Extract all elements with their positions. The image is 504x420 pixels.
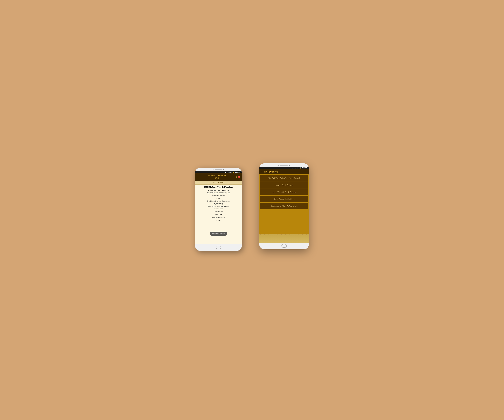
status-time-right: 3:52 PM [302, 167, 307, 169]
favorites-header: ‹ My Favorites [259, 169, 309, 174]
character-king-2: KING [197, 219, 240, 221]
status-time: 3:48 PM [235, 172, 240, 173]
app-title-line2: Well [198, 177, 235, 180]
phone-left: ▲▲▲ 67% 🔒 3:48 PM ‹ All's Well That Ends… [195, 168, 242, 251]
character-king-1: KING [197, 198, 240, 199]
favorites-item-0[interactable]: All's Well That Ends Well : Act 1, Scene… [260, 175, 308, 182]
phone-left-screen: ▲▲▲ 67% 🔒 3:48 PM ‹ All's Well That Ends… [195, 171, 242, 244]
scene-label: Act 1, Scene 2 [195, 181, 242, 185]
dialogue-line4: and continue [214, 208, 223, 210]
phone-left-speaker [215, 169, 222, 170]
main-scene: ▲▲▲ 67% 🔒 3:48 PM ‹ All's Well That Ends… [186, 159, 318, 261]
back-button-left[interactable]: ‹ [197, 175, 198, 179]
dialogue-line3: Have fought with equal fortune [208, 205, 229, 207]
phone-right-dot [278, 165, 279, 166]
back-button-right[interactable]: ‹ [261, 170, 262, 173]
dialogue-1: The Florentines and Senoys are by the ea… [197, 200, 240, 213]
phone-right-speaker [280, 165, 288, 166]
scene-title: SCENE II. Paris. The KING's palace. [197, 186, 240, 188]
phone-left-camera [223, 169, 224, 170]
app-title-left: All's Well That Ends Well [198, 174, 235, 180]
home-button-left[interactable] [216, 246, 221, 249]
favorites-title: My Favorites [264, 170, 278, 173]
phone-left-top-bar [195, 168, 242, 171]
dialogue-line5: A braving war. [213, 210, 223, 212]
header-icons: ⤴ 💔 [236, 176, 240, 178]
favorites-item-3[interactable]: Other Poems : Bridal Song [260, 196, 308, 202]
character-first-lord: First Lord [197, 214, 240, 215]
phone-left-status-bar: ▲▲▲ 67% 🔒 3:48 PM [195, 171, 242, 173]
lock-icon-right: 🔒 [300, 167, 301, 169]
battery-percent-right: 67% [296, 167, 299, 169]
favorites-item-4[interactable]: Quotations by Play : As You Like It [260, 203, 308, 210]
phone-left-dot [213, 169, 214, 170]
battery-percent: 67% [229, 172, 232, 173]
home-button-right[interactable] [282, 244, 287, 248]
share-icon[interactable]: ⤴ [236, 176, 237, 178]
content-area: SCENE II. Paris. The KING's palace. Flou… [195, 185, 242, 244]
toast-notification: Added to Favorite [210, 232, 227, 236]
phone-right-bottom-bar [259, 243, 309, 249]
phone-right-top-bar [259, 163, 309, 167]
stage-direction: Flourish of cornets. Enter theKING of Fr… [197, 189, 240, 197]
phone-right-status-bar: ▲▲▲ 67% 🔒 3:52 PM [259, 167, 309, 169]
phone-right: ▲▲▲ 67% 🔒 3:52 PM ‹ My Favorites All's W… [259, 163, 309, 249]
phone-left-bottom-bar [195, 244, 242, 251]
favorites-bottom-decoration [259, 234, 309, 243]
stage-direction-text: Flourish of cornets. Enter theKING of Fr… [207, 190, 230, 196]
dialogue-line2: by the ears; [214, 203, 222, 205]
dialogue-line1: The Florentines and Senoys are [207, 200, 230, 202]
heart-broken-icon[interactable]: 💔 [238, 176, 240, 178]
signal-icon: ▲▲▲ [225, 172, 229, 173]
favorites-item-2[interactable]: Henry IV, Part I : Act 1, Scene 2 [260, 189, 308, 196]
app-header-left: ‹ All's Well That Ends Well ⤴ 💔 [195, 173, 242, 181]
favorites-item-1[interactable]: Hamlet : Act 1, Scene 1 [260, 182, 308, 189]
lock-icon: 🔒 [233, 172, 234, 173]
app-title-line1: All's Well That Ends [198, 174, 235, 177]
dialogue-2: So 'tis reported, sir. [197, 216, 240, 219]
signal-icon-right: ▲▲▲ [292, 167, 296, 169]
phone-right-camera [289, 165, 290, 166]
phone-right-screen: ▲▲▲ 67% 🔒 3:52 PM ‹ My Favorites All's W… [259, 167, 309, 243]
favorites-list: All's Well That Ends Well : Act 1, Scene… [259, 174, 309, 234]
